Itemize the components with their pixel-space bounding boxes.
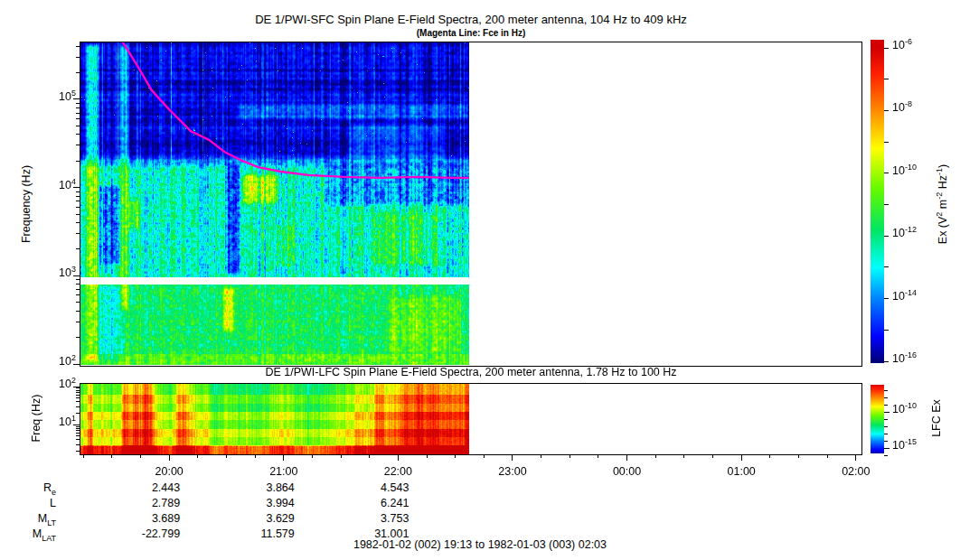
sfc-y-minor-tick [76, 337, 80, 338]
sfc-y-minor-tick [76, 222, 80, 223]
x-tick-label: 02:00 [829, 466, 883, 479]
lfc-y-minor-tick [76, 401, 80, 402]
colorbar-sfc [871, 40, 884, 363]
colorbar-lfc-tick [884, 455, 888, 456]
sfc-y-minor-tick [76, 201, 80, 201]
x-major-tick [398, 454, 399, 461]
orbit-value-cell: 3.629 [213, 513, 295, 526]
colorbar-sfc-tick [884, 48, 889, 49]
sfc-y-tick-label: 104 [38, 180, 76, 192]
sfc-y-minor-tick [76, 284, 80, 285]
sfc-y-minor-tick [76, 134, 80, 135]
sfc-y-minor-tick [76, 107, 80, 108]
x-major-tick [855, 454, 856, 461]
colorbar-lfc-tick-label: 10-15 [892, 440, 917, 453]
x-minor-tick [683, 454, 684, 458]
x-minor-tick [570, 454, 570, 458]
lfc-y-minor-tick [76, 390, 80, 391]
orbit-value-cell: 3.689 [99, 513, 180, 526]
colorbar-lfc-tick [884, 390, 888, 391]
lfc-y-minor-tick [76, 397, 80, 398]
orbit-value-cell: 31.001 [327, 528, 409, 541]
x-minor-tick [484, 454, 485, 458]
orbit-value-cell: 4.543 [327, 482, 409, 495]
colorbar-sfc-tick [884, 110, 889, 111]
sfc-y-minor-tick [76, 322, 80, 322]
x-minor-tick [83, 454, 84, 458]
x-minor-tick [598, 454, 598, 458]
sfc-y-minor-tick [76, 103, 80, 104]
colorbar-lfc-tick [884, 419, 888, 420]
orbit-row-label: MLAT [0, 528, 56, 541]
x-minor-tick [827, 454, 828, 458]
x-minor-tick [798, 454, 799, 458]
orbit-value-cell: -22.799 [99, 528, 180, 541]
lfc-y-minor-tick [76, 439, 80, 440]
colorbar-sfc-tick-label: 10-6 [892, 40, 912, 52]
orbit-value-cell: 11.579 [213, 528, 295, 541]
colorbar-lfc [871, 385, 884, 453]
sfc-y-tick-label: 102 [38, 356, 76, 369]
x-tick-label: 21:00 [257, 466, 311, 479]
colorbar-lfc-tick [884, 441, 888, 442]
x-minor-tick [369, 454, 370, 458]
lfc-y-minor-tick [76, 435, 80, 436]
sfc-y-axis-label: Frequency (Hz) [21, 165, 33, 243]
sfc-y-minor-tick [76, 294, 80, 295]
sfc-y-minor-tick [76, 72, 80, 73]
colorbar-sfc-tick-label: 10-10 [892, 165, 917, 178]
colorbar-sfc-tick-label: 10-14 [892, 291, 917, 303]
figure-root: DE 1/PWI-SFC Spin Plane E-Field Spectra,… [0, 0, 979, 560]
orbit-value-cell: 3.753 [327, 513, 409, 526]
time-range-footer: 1982-01-02 (002) 19:13 to 1982-01-03 (00… [89, 539, 871, 552]
orbit-value-cell: 2.789 [99, 498, 180, 510]
sfc-y-minor-tick [76, 302, 80, 303]
x-minor-tick [226, 454, 227, 458]
colorbar-lfc-tick [884, 397, 888, 398]
x-minor-tick [427, 454, 428, 458]
lfc-y-minor-tick [76, 451, 80, 452]
x-tick-label: 20:00 [142, 466, 196, 479]
sfc-y-minor-tick [76, 207, 80, 208]
sfc-y-minor-tick [76, 46, 80, 47]
x-minor-tick [541, 454, 541, 458]
orbit-value-cell: 6.241 [327, 498, 409, 510]
sfc-y-minor-tick [76, 214, 80, 215]
x-tick-label: 00:00 [600, 466, 654, 479]
lfc-y-minor-tick [76, 426, 80, 427]
sfc-y-tick-label: 103 [38, 267, 76, 280]
x-minor-tick [655, 454, 656, 458]
lfc-y-tick-label: 102 [38, 378, 76, 391]
colorbar-sfc-tick [884, 236, 889, 237]
colorbar-lfc-tick [884, 434, 888, 434]
orbit-row-label: Re [0, 482, 56, 495]
x-tick-label: 01:00 [714, 466, 768, 479]
x-minor-tick [111, 454, 112, 458]
sfc-y-minor-tick [76, 126, 80, 126]
sfc-y-minor-tick [76, 113, 80, 114]
colorbar-lfc-label: LFC Ex [931, 399, 944, 437]
lfc-y-minor-tick [76, 413, 80, 414]
x-minor-tick [312, 454, 313, 458]
colorbar-sfc-tick [884, 173, 889, 173]
colorbar-sfc-tick [884, 79, 889, 79]
x-major-tick [169, 454, 170, 461]
x-minor-tick [255, 454, 256, 458]
sfc-y-minor-tick [76, 311, 80, 312]
colorbar-sfc-tick-label: 10-12 [892, 228, 917, 240]
x-tick-label: 22:00 [371, 466, 425, 479]
sfc-y-minor-tick [76, 233, 80, 234]
orbit-row-label: L [0, 498, 56, 510]
colorbar-sfc-tick [884, 361, 889, 362]
colorbar-sfc-tick [884, 330, 889, 331]
colorbar-sfc-tick-label: 10-16 [892, 353, 917, 366]
sfc-y-minor-tick [76, 118, 80, 119]
x-minor-tick [197, 454, 198, 458]
lfc-y-minor-tick [76, 430, 80, 431]
x-major-tick [626, 454, 627, 461]
colorbar-lfc-tick [884, 405, 888, 406]
sfc-y-tick-label: 105 [38, 91, 76, 104]
plot-subtitle: (Magenta Line: Fce in Hz) [80, 28, 862, 38]
lfc-y-minor-tick [76, 428, 80, 429]
orbit-value-cell: 2.443 [99, 482, 180, 495]
